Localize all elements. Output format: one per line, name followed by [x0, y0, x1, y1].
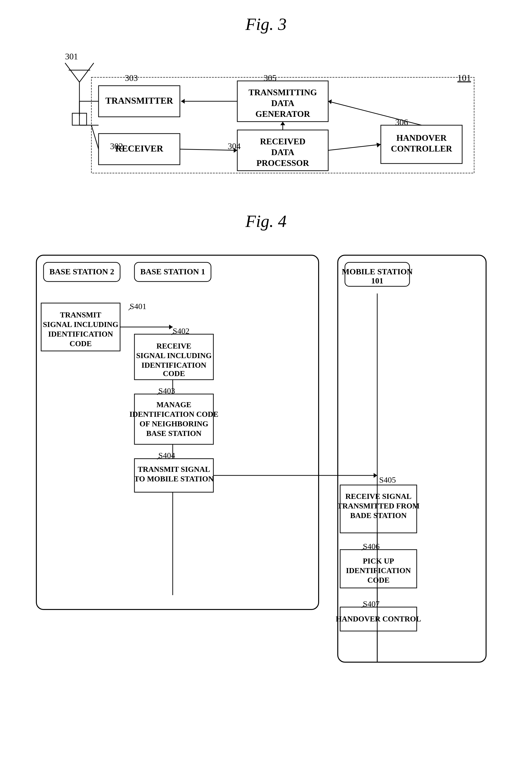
svg-text:101: 101: [371, 276, 383, 285]
svg-marker-37: [328, 99, 332, 104]
svg-text:CODE: CODE: [70, 339, 92, 348]
svg-text:CONTROLLER: CONTROLLER: [391, 144, 452, 153]
fig4-svg: BASE STATION 2 BASE STATION 1 MOBILE STA…: [32, 241, 500, 684]
svg-text:S403: S403: [158, 386, 175, 395]
svg-marker-33: [280, 122, 285, 125]
fig3-diagram: 301 302 303 304 305 306 101 TRANSMITTER …: [51, 44, 481, 182]
svg-text:S401: S401: [130, 302, 146, 311]
svg-rect-45: [338, 255, 486, 662]
svg-text:101: 101: [457, 73, 471, 83]
svg-text:S402: S402: [173, 327, 189, 335]
svg-text:TRANSMITTED FROM: TRANSMITTED FROM: [337, 501, 420, 510]
fig4-title: Fig. 4: [19, 212, 513, 231]
svg-marker-61: [169, 325, 173, 329]
svg-text:BADE STATION: BADE STATION: [350, 511, 407, 520]
svg-text:TRANSMITTING: TRANSMITTING: [249, 88, 317, 97]
svg-text:RECEIVER: RECEIVER: [115, 143, 163, 153]
svg-text:303: 303: [125, 73, 138, 83]
fig3-section: Fig. 3 301 302 303 304 305 306 101: [19, 14, 513, 182]
svg-text:DATA: DATA: [271, 147, 294, 157]
svg-text:MOBILE STATION: MOBILE STATION: [342, 267, 413, 276]
svg-text:CODE: CODE: [163, 369, 185, 378]
svg-text:BASE STATION: BASE STATION: [146, 429, 202, 438]
svg-text:CODE: CODE: [367, 576, 389, 585]
svg-text:S404: S404: [158, 451, 175, 460]
svg-marker-35: [377, 143, 381, 147]
svg-text:DATA: DATA: [271, 98, 294, 108]
svg-text:305: 305: [264, 73, 277, 83]
svg-text:IDENTIFICATION: IDENTIFICATION: [141, 361, 206, 369]
svg-text:RECEIVE: RECEIVE: [156, 342, 191, 350]
svg-text:MANAGE: MANAGE: [156, 400, 191, 409]
fig3-svg: 301 302 303 304 305 306 101 TRANSMITTER …: [51, 44, 481, 182]
svg-line-1: [65, 63, 79, 82]
svg-text:GENERATOR: GENERATOR: [255, 109, 310, 119]
svg-text:PROCESSOR: PROCESSOR: [256, 158, 309, 168]
svg-text:SIGNAL INCLUDING: SIGNAL INCLUDING: [43, 320, 118, 329]
svg-marker-84: [374, 473, 377, 478]
fig3-title: Fig. 3: [19, 14, 513, 34]
svg-line-42: [91, 125, 99, 149]
svg-text:TO MOBILE STATION: TO MOBILE STATION: [134, 474, 214, 483]
svg-text:RECEIVE SIGNAL: RECEIVE SIGNAL: [345, 492, 412, 500]
svg-text:RECEIVED: RECEIVED: [260, 137, 305, 146]
svg-text:BASE STATION 2: BASE STATION 2: [50, 267, 114, 276]
svg-text:TRANSMIT: TRANSMIT: [60, 311, 101, 319]
svg-text:S405: S405: [379, 475, 396, 484]
svg-text:301: 301: [65, 52, 78, 61]
svg-text:IDENTIFICATION: IDENTIFICATION: [346, 566, 411, 575]
svg-text:BASE STATION 1: BASE STATION 1: [140, 267, 205, 276]
fig4-section: Fig. 4 BASE STATION 2 BASE STATION 1 MOB…: [19, 212, 513, 684]
svg-line-34: [328, 144, 381, 150]
svg-line-36: [328, 101, 421, 125]
svg-marker-29: [181, 99, 185, 104]
svg-text:TRANSMITTER: TRANSMITTER: [105, 95, 173, 105]
svg-text:TRANSMIT SIGNAL: TRANSMIT SIGNAL: [138, 465, 210, 473]
svg-text:HANDOVER CONTROL: HANDOVER CONTROL: [336, 615, 421, 623]
svg-text:IDENTIFICATION CODE: IDENTIFICATION CODE: [129, 410, 218, 418]
svg-text:SIGNAL INCLUDING: SIGNAL INCLUDING: [136, 351, 212, 360]
svg-text:PICK UP: PICK UP: [363, 556, 394, 565]
svg-text:IDENTIFICATION: IDENTIFICATION: [48, 330, 113, 338]
svg-text:OF NEIGHBORING: OF NEIGHBORING: [139, 419, 208, 428]
svg-text:HANDOVER: HANDOVER: [396, 133, 447, 143]
